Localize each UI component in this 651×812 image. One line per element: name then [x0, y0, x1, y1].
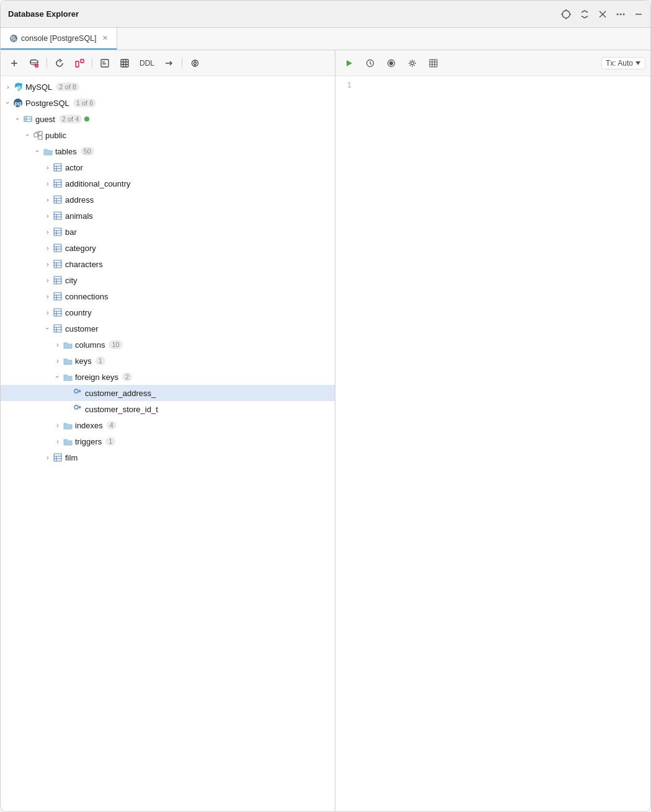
console-button[interactable] [96, 55, 113, 71]
tree-item-postgresql[interactable]: › pg PostgreSQL 1 of 6 [1, 95, 335, 111]
database-explorer-panel: DDL [1, 50, 335, 811]
bar-table-icon [53, 227, 63, 237]
tree-item-tables[interactable]: › tables 50 [1, 143, 335, 159]
console-input-area[interactable]: 1 [335, 76, 650, 811]
data-source-settings-button[interactable] [25, 55, 43, 71]
tree-item-public[interactable]: › public [1, 127, 335, 143]
table-view-button[interactable] [425, 55, 442, 71]
tree-item-triggers[interactable]: › triggers 1 [1, 433, 335, 449]
additional-country-label: additional_country [65, 179, 131, 188]
app-window: Database Explorer [0, 0, 651, 812]
svg-text:pg: pg [15, 100, 22, 107]
tree-item-additional-country[interactable]: › additional_country [1, 175, 335, 192]
sql-editor[interactable] [359, 81, 645, 806]
characters-table-icon [53, 259, 63, 269]
keys-folder-icon [63, 356, 73, 366]
tree-item-characters[interactable]: › characters [1, 256, 335, 272]
city-table-icon [53, 275, 63, 285]
svg-rect-81 [54, 309, 61, 316]
postgresql-label: PostgreSQL [25, 99, 69, 108]
close-icon[interactable] [598, 10, 607, 19]
tree-item-customer[interactable]: › customer [1, 320, 335, 337]
svg-rect-40 [34, 133, 38, 137]
chevron-actor: › [43, 162, 53, 172]
customer-table-icon [53, 324, 63, 333]
run-button[interactable] [340, 55, 358, 71]
refresh-button[interactable] [51, 55, 68, 71]
chevron-animals: › [43, 211, 53, 221]
tree-item-customer-store[interactable]: › customer_store_id_t [1, 401, 335, 417]
grid-button[interactable] [116, 55, 133, 71]
svg-point-7 [617, 13, 619, 15]
transaction-mode-selector[interactable]: Tx: Auto [601, 57, 645, 69]
svg-marker-101 [347, 60, 352, 66]
more-icon[interactable] [616, 9, 626, 19]
schema-button[interactable] [71, 55, 88, 71]
country-label: country [65, 308, 92, 317]
database-tree[interactable]: › 🐬 MySQL 2 of 8 › pg [1, 76, 335, 811]
guest-schema-icon [23, 114, 33, 124]
mysql-label: MySQL [25, 82, 52, 92]
separator-2 [92, 58, 92, 69]
tree-item-foreign-keys[interactable]: › foreign keys 2 [1, 369, 335, 385]
tables-label: tables [55, 147, 77, 156]
svg-marker-111 [636, 61, 640, 65]
svg-point-104 [390, 61, 393, 64]
svg-rect-61 [54, 228, 61, 236]
svg-point-15 [30, 60, 38, 63]
pin-button[interactable] [383, 55, 400, 71]
tree-item-indexes[interactable]: › indexes 4 [1, 417, 335, 433]
foreign-keys-badge: 2 [122, 373, 132, 381]
svg-rect-85 [54, 325, 61, 332]
city-label: city [65, 276, 78, 285]
tree-item-film[interactable]: › film [1, 449, 335, 466]
tree-item-category[interactable]: › category [1, 240, 335, 256]
svg-rect-21 [101, 60, 108, 67]
tree-item-animals[interactable]: › animals [1, 208, 335, 224]
tree-item-customer-address[interactable]: › customer_address_ [1, 385, 335, 401]
connections-label: connections [65, 292, 108, 301]
console-settings-button[interactable] [404, 55, 421, 71]
keys-label: keys [75, 356, 92, 366]
svg-text:🐬: 🐬 [14, 82, 23, 92]
chevron-customer: › [43, 324, 53, 333]
minimize-icon[interactable] [634, 10, 643, 19]
filter-button[interactable] [186, 55, 203, 71]
chevron-down-icon [635, 61, 641, 66]
postgresql-badge: 1 of 6 [73, 99, 97, 107]
window-title: Database Explorer [8, 9, 79, 19]
chevron-tables: › [33, 146, 43, 156]
resize-icon[interactable] [580, 9, 590, 19]
animals-table-icon [53, 211, 63, 221]
tree-item-country[interactable]: › country [1, 304, 335, 320]
tree-item-mysql[interactable]: › 🐬 MySQL 2 of 8 [1, 79, 335, 95]
address-label: address [65, 195, 94, 205]
tree-item-city[interactable]: › city [1, 272, 335, 288]
tree-item-address[interactable]: › address [1, 192, 335, 208]
customer-store-label: customer_store_id_t [85, 405, 158, 414]
line-numbers: 1 [340, 81, 359, 806]
triggers-folder-icon [63, 436, 73, 446]
ddl-button[interactable]: DDL [136, 58, 158, 69]
foreign-keys-label: foreign keys [75, 373, 118, 382]
svg-rect-45 [54, 164, 61, 171]
actor-table-icon [53, 162, 63, 172]
indexes-folder-icon [63, 420, 73, 430]
tree-item-actor[interactable]: › actor [1, 159, 335, 175]
characters-label: characters [65, 260, 103, 269]
tab-console-postgresql[interactable]: 🐘 console [PostgreSQL] ✕ [1, 28, 117, 50]
migration-button[interactable] [161, 55, 178, 71]
tree-item-connections[interactable]: › connections [1, 288, 335, 304]
history-button[interactable] [361, 55, 379, 71]
tab-close-button[interactable]: ✕ [102, 34, 108, 42]
target-icon[interactable] [561, 9, 571, 19]
svg-rect-106 [430, 60, 437, 67]
tree-item-columns[interactable]: › columns 10 [1, 337, 335, 353]
category-label: category [65, 244, 96, 253]
chevron-address: › [43, 195, 53, 205]
tree-item-keys[interactable]: › keys 1 [1, 353, 335, 369]
tree-item-guest[interactable]: › guest 2 of 4 [1, 111, 335, 127]
actor-label: actor [65, 163, 83, 172]
add-connection-button[interactable] [6, 55, 23, 71]
tree-item-bar[interactable]: › bar [1, 224, 335, 240]
